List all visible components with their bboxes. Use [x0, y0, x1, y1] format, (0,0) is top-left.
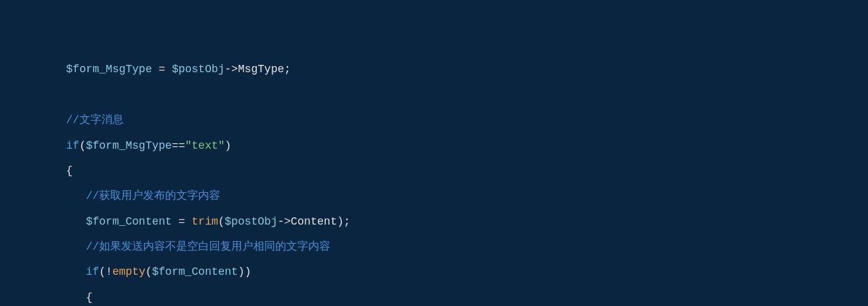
variable: $form_Content [152, 266, 238, 278]
paren: ) [337, 215, 344, 228]
variable: $postObj [172, 63, 224, 75]
code-editor[interactable]: $form_MsgType = $postObj->MsgType; //文字消… [0, 51, 868, 306]
comment: //获取用户发布的文字内容 [86, 190, 220, 202]
code-line: if($form_MsgType=="text") [0, 140, 868, 152]
code-line-blank [0, 89, 868, 102]
code-line: //如果发送内容不是空白回复用户相同的文字内容 [0, 241, 868, 253]
operator: = [172, 215, 191, 228]
semicolon: ; [284, 63, 291, 75]
paren: ) [245, 266, 251, 278]
comment: //文字消息 [66, 114, 124, 126]
function-call: trim [191, 215, 218, 228]
code-line: $form_MsgType = $postObj->MsgType; [0, 63, 868, 76]
paren: ( [99, 266, 106, 278]
code-line: //获取用户发布的文字内容 [0, 190, 868, 203]
variable: $postObj [224, 215, 277, 228]
arrow-operator: -> [224, 63, 238, 75]
function-call: empty [113, 266, 146, 278]
code-line: { [0, 291, 868, 304]
brace: { [86, 291, 92, 304]
code-line: if(!empty($form_Content)) [0, 266, 868, 278]
variable: $form_Content [86, 215, 171, 228]
operator: == [172, 140, 185, 152]
brace: { [66, 165, 73, 177]
semicolon: ; [344, 215, 351, 228]
code-line: //文字消息 [0, 114, 868, 127]
keyword-if: if [86, 266, 99, 278]
variable: $form_MsgType [86, 140, 171, 152]
paren: ) [238, 266, 245, 278]
paren: ( [80, 140, 86, 152]
property: Content [291, 215, 337, 228]
paren: ) [224, 140, 231, 152]
property: MsgType [238, 63, 284, 75]
comment: //如果发送内容不是空白回复用户相同的文字内容 [86, 241, 330, 253]
paren: ( [146, 266, 152, 278]
paren: ( [218, 215, 225, 228]
string: "text" [185, 140, 225, 152]
variable: $form_MsgType [66, 63, 152, 75]
code-line: { [0, 165, 868, 177]
keyword-if: if [66, 140, 80, 152]
code-line: $form_Content = trim($postObj->Content); [0, 215, 868, 228]
operator: = [152, 63, 171, 75]
operator: ! [106, 266, 113, 278]
arrow-operator: -> [278, 215, 291, 228]
